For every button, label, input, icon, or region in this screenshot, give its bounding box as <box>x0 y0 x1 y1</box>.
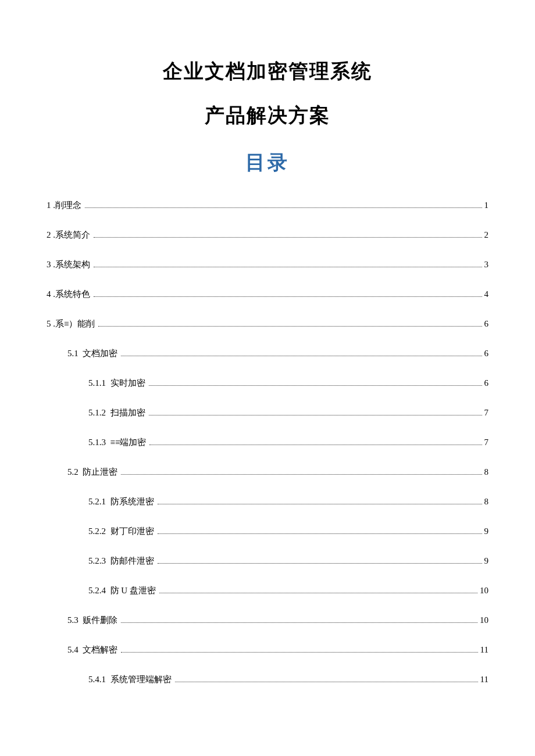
toc-leader-dots <box>121 356 482 356</box>
toc-label: 防系统泄密 <box>110 496 154 508</box>
table-of-contents: 1 .削理念12 .系统简介23 .系统架构34 .系统特色45 .系≡）能削6… <box>47 199 488 686</box>
toc-entry: 5.2.3 防邮件泄密9 <box>47 555 488 567</box>
toc-leader-dots <box>149 385 482 386</box>
toc-label: 系统管理端解密 <box>110 673 172 686</box>
toc-entry: 5.3 贩件删除10 <box>47 614 488 626</box>
toc-number: 5.2 <box>67 466 83 478</box>
toc-page-number: 9 <box>484 555 489 567</box>
toc-leader-dots <box>158 563 482 564</box>
toc-entry: 2 .系统简介2 <box>47 229 488 241</box>
toc-number: 5.2.2 <box>88 525 110 538</box>
toc-number: 5 <box>47 318 53 330</box>
toc-number: 1 <box>47 199 53 212</box>
toc-entry: 5.2 防止泄密8 <box>47 466 488 478</box>
toc-page-number: 7 <box>484 407 489 419</box>
toc-label: 财丁印泄密 <box>110 525 154 538</box>
toc-number: 5.1.3 <box>88 436 110 449</box>
toc-entry: 5.2.1 防系统泄密8 <box>47 496 488 508</box>
toc-number: 5.4.1 <box>88 673 110 686</box>
toc-page-number: 10 <box>480 614 488 626</box>
toc-entry: 5.1.2 扫描加密7 <box>47 407 488 419</box>
toc-label: .削理念 <box>53 199 81 212</box>
toc-label: ≡≡端加密 <box>110 436 147 449</box>
toc-leader-dots <box>175 682 478 682</box>
toc-entry: 1 .削理念1 <box>47 199 488 212</box>
toc-label: 文档解密 <box>83 644 117 656</box>
toc-number: 5.2.3 <box>88 555 110 567</box>
toc-number: 4 <box>47 288 53 300</box>
toc-number: 5.1.2 <box>88 407 110 419</box>
toc-label: .系≡）能削 <box>53 318 95 330</box>
toc-page-number: 6 <box>484 347 489 360</box>
toc-entry: 4 .系统特色4 <box>47 288 488 300</box>
toc-entry: 5.1.3 ≡≡端加密7 <box>47 436 488 449</box>
toc-label: 贩件删除 <box>83 614 117 626</box>
toc-number: 5.1 <box>67 347 83 360</box>
toc-label: 防邮件泄密 <box>110 555 154 567</box>
toc-page-number: 8 <box>484 496 489 508</box>
toc-entry: 5.4.1 系统管理端解密11 <box>47 673 488 686</box>
toc-label: .系统架构 <box>53 259 90 271</box>
toc-page-number: 6 <box>484 318 489 330</box>
toc-leader-dots <box>159 593 477 593</box>
toc-leader-dots <box>121 652 477 653</box>
toc-label: 文档加密 <box>83 347 117 360</box>
toc-entry: 3 .系统架构3 <box>47 259 488 271</box>
toc-page-number: 11 <box>480 673 488 686</box>
toc-label: .系统简介 <box>53 229 90 241</box>
toc-label: .系统特色 <box>53 288 90 300</box>
toc-leader-dots <box>94 296 482 297</box>
toc-entry: 5.1 文档加密6 <box>47 347 488 360</box>
toc-page-number: 9 <box>484 525 489 538</box>
toc-page-number: 6 <box>484 377 489 389</box>
toc-leader-dots <box>149 415 482 415</box>
toc-number: 5.3 <box>67 614 83 626</box>
document-title-2: 产品解决方案 <box>47 102 488 129</box>
toc-page-number: 4 <box>484 288 489 300</box>
toc-entry: 5 .系≡）能削6 <box>47 318 488 330</box>
toc-page-number: 7 <box>484 436 489 449</box>
toc-leader-dots <box>94 237 482 238</box>
toc-number: 3 <box>47 259 53 271</box>
toc-entry: 5.2.4 防 U 盘泄密10 <box>47 585 488 597</box>
toc-label: 扫描加密 <box>110 407 145 419</box>
toc-leader-dots <box>158 533 482 534</box>
toc-leader-dots <box>85 207 482 208</box>
toc-label: 防止泄密 <box>83 466 117 478</box>
toc-entry: 5.4 文档解密11 <box>47 644 488 656</box>
toc-page-number: 1 <box>484 199 489 212</box>
toc-leader-dots <box>94 267 482 267</box>
title-block: 企业文档加密管理系统 产品解决方案 目录 <box>47 58 488 176</box>
toc-label: 防 U 盘泄密 <box>110 585 156 597</box>
toc-entry: 5.1.1 实时加密6 <box>47 377 488 389</box>
document-title-1: 企业文档加密管理系统 <box>47 58 488 85</box>
toc-page-number: 8 <box>484 466 489 478</box>
toc-label: 实时加密 <box>110 377 145 389</box>
toc-leader-dots <box>121 474 482 475</box>
toc-number: 5.2.4 <box>88 585 110 597</box>
toc-number: 5.4 <box>67 644 83 656</box>
toc-leader-dots <box>98 326 482 327</box>
toc-leader-dots <box>158 504 482 504</box>
toc-entry: 5.2.2 财丁印泄密9 <box>47 525 488 538</box>
toc-number: 5.2.1 <box>88 496 110 508</box>
toc-page-number: 3 <box>484 259 489 271</box>
toc-number: 2 <box>47 229 53 241</box>
toc-leader-dots <box>121 622 477 623</box>
toc-page-number: 2 <box>484 229 489 241</box>
toc-number: 5.1.1 <box>88 377 110 389</box>
toc-page-number: 11 <box>480 644 488 656</box>
toc-page-number: 10 <box>480 585 488 597</box>
toc-leader-dots <box>149 445 482 445</box>
toc-header: 目录 <box>47 149 488 176</box>
